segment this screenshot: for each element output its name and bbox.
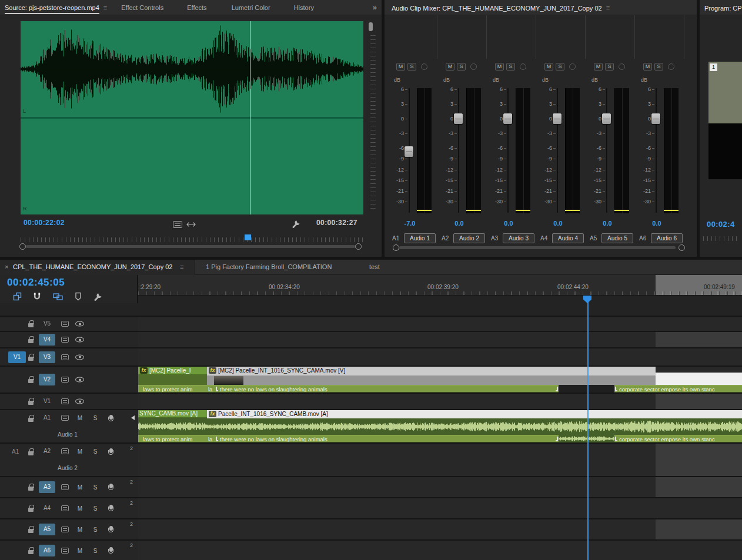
lock-icon[interactable] (28, 415, 34, 422)
solo-button[interactable]: S (92, 484, 99, 491)
wrench-icon[interactable] (292, 219, 300, 229)
fader-handle[interactable] (503, 113, 513, 125)
source-playhead-marker[interactable] (245, 234, 251, 240)
track-target-v1[interactable]: V1 (39, 395, 55, 407)
track-name-label[interactable]: Audio 2 (58, 465, 78, 471)
caption-clip[interactable]: there were no laws on slaughtering anima… (215, 435, 559, 442)
track-a3-content[interactable] (138, 476, 742, 497)
lock-icon[interactable] (28, 547, 34, 554)
solo-button[interactable]: S (92, 505, 99, 512)
linked-selection-icon[interactable] (53, 293, 63, 301)
voiceover-mic-icon[interactable] (108, 415, 113, 422)
nest-toggle-icon[interactable] (13, 292, 22, 302)
voiceover-mic-icon[interactable] (108, 448, 113, 455)
lock-icon[interactable] (28, 448, 34, 455)
track-target-a6[interactable]: A6 (39, 545, 55, 556)
solo-button[interactable]: S (457, 63, 466, 71)
sync-lock-icon[interactable] (61, 377, 69, 383)
source-patch-video[interactable]: V1 (8, 351, 26, 363)
solo-button[interactable]: S (92, 448, 99, 455)
fader-handle[interactable] (651, 113, 661, 125)
solo-button[interactable]: S (92, 415, 99, 421)
source-waveform-display[interactable]: L R (21, 21, 363, 214)
track-output-eye-icon[interactable] (75, 377, 84, 383)
fader-handle[interactable] (601, 113, 611, 125)
tab-lumetri-color[interactable]: Lumetri Color (232, 4, 270, 11)
sync-lock-icon[interactable] (61, 415, 69, 421)
timeline-ruler[interactable]: :2:29:20 00:02:34:20 00:02:39:20 00:02:4… (138, 275, 742, 296)
sync-lock-icon[interactable] (61, 527, 69, 532)
panel-overflow-icon[interactable]: » (373, 3, 377, 12)
track-output-eye-icon[interactable] (75, 337, 84, 343)
fader-value[interactable]: 0.0 (586, 220, 629, 227)
keyframe-toggle[interactable] (421, 63, 427, 70)
track-output-eye-icon[interactable] (75, 399, 84, 404)
solo-button[interactable]: S (506, 63, 515, 71)
add-marker-icon[interactable] (75, 292, 82, 302)
source-minor-ruler[interactable] (21, 237, 363, 242)
panel-menu-icon[interactable]: ≡ (103, 4, 107, 11)
keyframe-toggle[interactable] (569, 63, 576, 70)
track-target-a2[interactable]: A2 (39, 445, 55, 457)
solo-button[interactable]: S (92, 527, 99, 533)
tab-source[interactable]: Source: pjs-petstore-reopen.mp4 (5, 1, 99, 14)
lock-icon[interactable] (28, 354, 34, 361)
solo-button[interactable]: S (407, 63, 416, 71)
caption-clip[interactable]: laws to protect anim (138, 385, 207, 393)
track-name-button[interactable]: Audio 2 (453, 233, 485, 243)
track-a4-content[interactable] (138, 497, 742, 518)
timeline-settings-wrench-icon[interactable] (93, 292, 102, 302)
panel-menu-icon[interactable]: ≡ (180, 260, 183, 274)
scroll-handle-left[interactable] (393, 244, 399, 251)
program-title[interactable]: Program: CP (704, 2, 742, 14)
sync-lock-icon[interactable] (61, 337, 69, 343)
voiceover-mic-icon[interactable] (108, 505, 113, 512)
track-target-a1[interactable]: A1 (39, 412, 55, 424)
scroll-handle-right[interactable] (679, 244, 685, 251)
lock-icon[interactable] (28, 336, 34, 343)
mute-button[interactable]: M (76, 505, 83, 512)
track-name-button[interactable]: Audio 6 (651, 233, 683, 243)
tab-history[interactable]: History (294, 4, 314, 11)
mute-button[interactable]: M (643, 63, 652, 71)
fader-handle[interactable] (552, 113, 562, 125)
tab-effects[interactable]: Effects (187, 4, 206, 11)
track-target-a3[interactable]: A3 (39, 481, 55, 493)
keyframe-toggle[interactable] (619, 63, 625, 70)
track-target-v3[interactable]: V3 (39, 351, 55, 363)
audio-clip[interactable]: SYNC_CAMB.mov [A] laws to protect anim (138, 410, 207, 442)
track-a5-content[interactable] (138, 518, 742, 539)
timeline-tab-active[interactable]: × CPL_THE_HUMANE_ECONOMY_JUN_2017_Copy 0… (0, 260, 195, 275)
mute-button[interactable]: M (76, 547, 83, 554)
program-minor-ruler[interactable] (703, 236, 740, 241)
keyframe-toggle[interactable] (668, 63, 674, 70)
track-target-a5[interactable]: A5 (39, 524, 55, 535)
fader-handle[interactable] (404, 146, 414, 157)
zoom-handle-left[interactable] (19, 243, 26, 250)
track-v4-content[interactable] (138, 331, 742, 347)
track-target-a4[interactable]: A4 (39, 502, 55, 514)
source-playhead-line[interactable] (250, 21, 250, 214)
sync-lock-icon[interactable] (61, 548, 69, 554)
track-name-button[interactable]: Audio 4 (552, 233, 584, 243)
lock-icon[interactable] (28, 398, 34, 405)
sync-lock-icon[interactable] (61, 484, 69, 490)
fader-value[interactable]: 0.0 (487, 220, 530, 227)
fader-value[interactable]: 0.0 (537, 220, 579, 227)
tab-effect-controls[interactable]: Effect Controls (121, 4, 163, 11)
track-name-label[interactable]: Audio 1 (58, 431, 78, 438)
track-v2-content[interactable]: fx[MC2] Pacelle_I fx[MC2] Pacelle_INT_10… (138, 365, 742, 393)
zoom-handle-right[interactable] (355, 243, 362, 250)
settings-icon[interactable] (173, 221, 182, 229)
track-name-button[interactable]: Audio 1 (404, 233, 436, 243)
sync-lock-icon[interactable] (61, 354, 69, 360)
timeline-tab-label[interactable]: CPL_THE_HUMANE_ECONOMY_JUN_2017_Copy 02 (13, 260, 172, 274)
timeline-tab-2[interactable]: 1 Pig Factory Farming Broll_COMPILATION (206, 263, 332, 270)
mute-button[interactable]: M (495, 63, 504, 71)
lock-icon[interactable] (28, 526, 34, 533)
track-name-button[interactable]: Audio 3 (503, 233, 534, 243)
track-output-eye-icon[interactable] (75, 321, 84, 327)
lock-icon[interactable] (28, 505, 34, 512)
track-target-v2[interactable]: V2 (39, 374, 55, 385)
timeline-playhead-line[interactable] (587, 302, 589, 560)
